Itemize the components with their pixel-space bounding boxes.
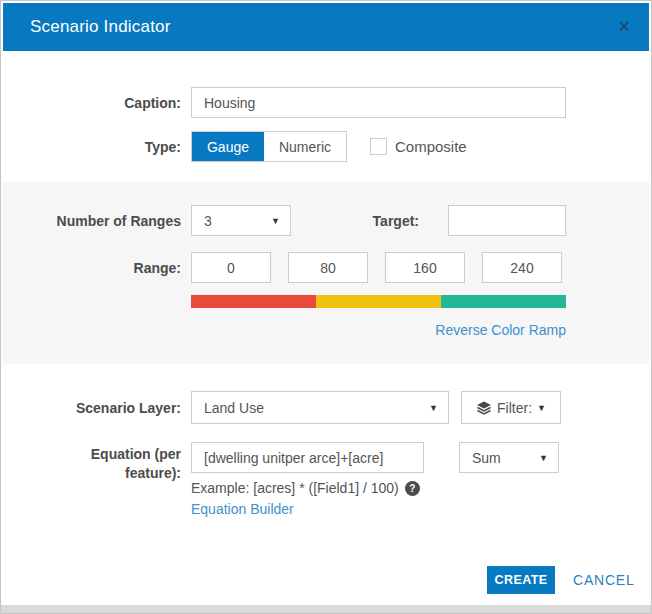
scenario-layer-label: Scenario Layer: xyxy=(1,400,181,416)
number-of-ranges-label: Number of Ranges xyxy=(1,213,181,229)
close-button[interactable]: ✕ xyxy=(618,19,631,35)
type-label: Type: xyxy=(1,139,181,155)
caption-label: Caption: xyxy=(1,95,181,111)
equation-example-text: Example: [acres] * ([Field1] / 100) xyxy=(191,480,399,496)
range-row: Range: xyxy=(1,252,649,283)
range-input-1[interactable] xyxy=(191,252,271,283)
composite-checkbox[interactable] xyxy=(370,138,387,155)
scenario-layer-value: Land Use xyxy=(204,400,264,416)
target-label: Target: xyxy=(291,213,419,229)
help-icon[interactable]: ? xyxy=(405,481,420,496)
equation-label-line2: feature): xyxy=(125,465,181,481)
dialog-title: Scenario Indicator xyxy=(30,17,171,37)
aggregation-select[interactable]: Sum ▼ xyxy=(459,442,559,473)
number-of-ranges-row: Number of Ranges 3 ▼ Target: xyxy=(1,205,649,236)
close-icon: ✕ xyxy=(618,18,631,35)
color-ramp xyxy=(191,295,566,308)
equation-label-line1: Equation (per xyxy=(91,446,181,462)
filter-button[interactable]: Filter: ▼ xyxy=(461,391,561,424)
scenario-indicator-dialog: Scenario Indicator ✕ Caption: Type: Gaug… xyxy=(0,0,652,614)
scenario-layer-row: Scenario Layer: Land Use ▼ Filter: ▼ xyxy=(1,391,649,424)
type-option-gauge[interactable]: Gauge xyxy=(192,132,264,161)
chevron-down-icon: ▼ xyxy=(429,403,438,413)
number-of-ranges-select[interactable]: 3 ▼ xyxy=(191,205,291,236)
chevron-down-icon: ▼ xyxy=(539,453,548,463)
filter-label: Filter: xyxy=(497,400,532,416)
aggregation-value: Sum xyxy=(472,450,501,466)
target-input[interactable] xyxy=(448,205,566,236)
type-row: Type: Gauge Numeric Composite xyxy=(1,131,649,162)
equation-input[interactable] xyxy=(191,442,424,473)
reverse-color-ramp-link[interactable]: Reverse Color Ramp xyxy=(191,322,566,338)
color-ramp-segment-yellow xyxy=(316,295,441,308)
equation-label: Equation (per feature): xyxy=(1,442,181,483)
caption-input[interactable] xyxy=(191,87,566,118)
range-input-2[interactable] xyxy=(288,252,368,283)
create-button[interactable]: CREATE xyxy=(487,566,555,594)
color-ramp-segment-green xyxy=(441,295,566,308)
dialog-header: Scenario Indicator ✕ xyxy=(3,3,649,51)
type-option-numeric[interactable]: Numeric xyxy=(264,132,346,161)
equation-builder-link[interactable]: Equation Builder xyxy=(191,501,294,517)
equation-row: Equation (per feature): Sum ▼ xyxy=(1,442,649,483)
chevron-down-icon: ▼ xyxy=(271,216,280,226)
caption-row: Caption: xyxy=(1,87,649,118)
type-toggle: Gauge Numeric xyxy=(191,131,347,162)
cancel-button[interactable]: CANCEL xyxy=(573,566,635,594)
range-input-4[interactable] xyxy=(482,252,562,283)
color-ramp-segment-red xyxy=(191,295,316,308)
composite-label: Composite xyxy=(395,138,467,155)
dialog-bottom-shadow xyxy=(1,605,651,613)
range-label: Range: xyxy=(1,260,181,276)
layers-icon xyxy=(476,401,492,415)
equation-example-row: Example: [acres] * ([Field1] / 100) ? xyxy=(191,480,420,496)
scenario-layer-select[interactable]: Land Use ▼ xyxy=(191,391,449,424)
range-input-3[interactable] xyxy=(385,252,465,283)
chevron-down-icon: ▼ xyxy=(537,403,546,413)
number-of-ranges-value: 3 xyxy=(204,213,212,229)
